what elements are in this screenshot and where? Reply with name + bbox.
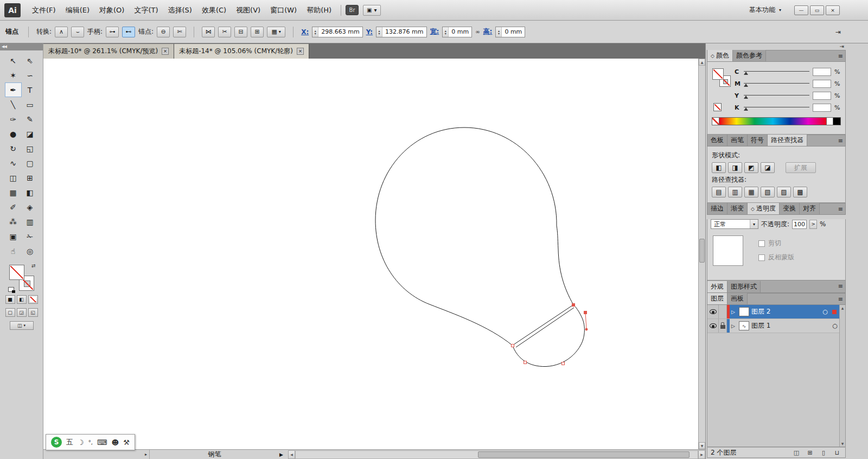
tab-transform[interactable]: 变换 <box>780 203 800 214</box>
panel-menu-icon[interactable]: ≡ <box>838 206 843 213</box>
menu-view[interactable]: 视图(V) <box>231 3 265 17</box>
minus-back-button[interactable]: ▩ <box>793 187 807 197</box>
invert-mask-checkbox[interactable] <box>758 254 765 261</box>
menu-window[interactable]: 窗口(W) <box>265 3 302 17</box>
tab-gradient[interactable]: 渐变 <box>727 203 748 214</box>
crop-button[interactable]: ▧ <box>761 187 775 197</box>
yellow-slider[interactable] <box>744 92 809 99</box>
free-transform-tool[interactable]: ▢ <box>22 156 39 170</box>
tab-color-guide[interactable]: 颜色参考 <box>733 50 766 61</box>
remove-anchor-button[interactable]: ⊖ <box>157 27 170 37</box>
scroll-down-icon[interactable]: ▼ <box>699 442 705 449</box>
outline-button[interactable]: ▨ <box>777 187 791 197</box>
tab-symbols[interactable]: 符号 <box>748 135 768 146</box>
minimize-button[interactable]: — <box>794 5 808 15</box>
menu-edit[interactable]: 编辑(E) <box>61 3 94 17</box>
height-value[interactable]: 0 mm <box>502 27 525 37</box>
none-button[interactable] <box>28 295 38 304</box>
layer-main[interactable]: ▷ 图层 2 ○ <box>730 305 839 318</box>
connect-endpoints-button[interactable]: ⋈ <box>202 27 215 37</box>
visibility-cell[interactable] <box>707 305 719 318</box>
expand-triangle-icon[interactable]: ▷ <box>731 323 737 329</box>
tab-pathfinder[interactable]: 路径查找器 <box>768 135 807 146</box>
height-stepper[interactable]: ▴▾ <box>496 27 502 37</box>
panel-menu-icon[interactable]: ≡ <box>838 137 843 144</box>
new-sublayer-button[interactable]: ⊞ <box>805 449 815 457</box>
draw-behind-button[interactable]: ◲ <box>17 308 27 317</box>
width-field[interactable]: ▴▾ 0 mm <box>442 27 472 37</box>
spectrum-none-swatch[interactable] <box>712 117 719 125</box>
y-coordinate-field[interactable]: ▴▾ 132.876 mm <box>376 27 426 37</box>
yellow-value-field[interactable] <box>813 92 831 100</box>
layer-name[interactable]: 图层 1 <box>751 321 770 330</box>
eraser-tool[interactable]: ◪ <box>22 126 39 141</box>
keyboard-icon[interactable]: ⌨ <box>97 438 107 447</box>
gradient-button[interactable]: ◧ <box>17 295 27 304</box>
horizontal-scroll-thumb[interactable] <box>478 451 690 458</box>
ime-punctuation-icon[interactable]: °, <box>88 439 93 445</box>
transform-menu-button[interactable]: ▦ ▾ <box>267 27 285 37</box>
height-label[interactable]: 高: <box>483 27 493 36</box>
y-value[interactable]: 132.876 mm <box>382 27 426 37</box>
draw-inside-button[interactable]: ◱ <box>28 308 38 317</box>
y-stepper[interactable]: ▴▾ <box>376 27 382 37</box>
x-value[interactable]: 298.663 mm <box>318 27 362 37</box>
bridge-button[interactable]: Br <box>346 5 359 15</box>
width-value[interactable]: 0 mm <box>449 27 471 37</box>
gradient-tool[interactable]: ◧ <box>22 185 39 200</box>
close-button[interactable]: × <box>826 5 840 15</box>
scale-tool[interactable]: ◱ <box>22 141 39 156</box>
scroll-down-icon[interactable]: ▼ <box>841 441 844 447</box>
ime-halfwidth-icon[interactable]: ☽ <box>78 438 84 447</box>
clip-checkbox[interactable] <box>758 240 765 247</box>
selection-tool[interactable]: ↖ <box>5 53 22 68</box>
ime-mode-button[interactable]: 五 <box>66 437 73 447</box>
eyedropper-tool[interactable]: ✐ <box>5 200 22 214</box>
x-coordinate-label[interactable]: X: <box>301 28 309 36</box>
menu-object[interactable]: 对象(O) <box>94 3 129 17</box>
panel-menu-icon[interactable]: ≡ <box>838 53 843 60</box>
divide-button[interactable]: ▤ <box>712 187 726 197</box>
tab-graphic-styles[interactable]: 图形样式 <box>727 281 761 292</box>
layer-main[interactable]: ▷ ∿ 图层 1 ○ <box>730 319 839 333</box>
rotate-tool[interactable]: ↻ <box>5 141 22 156</box>
convert-to-corner-button[interactable]: ∧ <box>55 27 68 37</box>
paintbrush-tool[interactable]: ✑ <box>5 112 22 126</box>
layer-thumbnail[interactable]: ∿ <box>739 321 749 330</box>
horizontal-scrollbar[interactable] <box>295 450 698 459</box>
x-coordinate-field[interactable]: ▴▾ 298.663 mm <box>312 27 362 37</box>
cyan-value-field[interactable] <box>813 68 831 76</box>
delete-layer-button[interactable]: ⊔ <box>832 449 842 457</box>
hide-multi-handles-button[interactable]: ⊟ <box>234 27 247 37</box>
height-field[interactable]: ▴▾ 0 mm <box>495 27 525 37</box>
document-tab-1[interactable]: 未标题-10* @ 261.1% (CMYK/预览) × <box>43 44 174 59</box>
mesh-tool[interactable]: ▦ <box>5 185 22 200</box>
cyan-slider[interactable] <box>744 68 809 75</box>
magenta-value-field[interactable] <box>813 80 831 88</box>
expand-button[interactable]: 扩展 <box>786 162 816 173</box>
menu-help[interactable]: 帮助(H) <box>302 3 336 17</box>
vertical-scroll-thumb[interactable] <box>699 239 705 263</box>
magic-wand-tool[interactable]: ✶ <box>5 68 22 82</box>
scroll-left-icon[interactable]: ◀ <box>288 450 295 459</box>
ime-user-icon[interactable]: ☻ <box>112 438 119 447</box>
pen-tool[interactable]: ✒ <box>5 82 22 97</box>
swap-fill-stroke-icon[interactable]: ⇄ <box>31 263 36 269</box>
line-segment-tool[interactable]: ╲ <box>5 97 22 112</box>
symbol-sprayer-tool[interactable]: ⁂ <box>5 214 22 229</box>
show-grid-button[interactable]: ⊞ <box>251 27 264 37</box>
expand-triangle-icon[interactable]: ▷ <box>731 309 737 315</box>
lasso-tool[interactable]: ∽ <box>22 68 39 82</box>
constrain-proportions-icon[interactable]: ∞ <box>475 29 480 35</box>
ime-logo-icon[interactable]: S <box>51 437 62 448</box>
default-fill-stroke-icon[interactable] <box>8 287 14 292</box>
zoom-tool[interactable]: ◎ <box>22 244 39 258</box>
fill-swatch[interactable] <box>9 265 24 280</box>
tab-artboards[interactable]: 画板 <box>727 293 748 304</box>
panel-menu-icon[interactable]: ≡ <box>838 283 843 290</box>
cut-path-at-anchor-button[interactable]: ✄ <box>173 27 186 37</box>
trim-button[interactable]: ▥ <box>728 187 742 197</box>
new-layer-button[interactable]: ▯ <box>819 449 828 457</box>
intersect-button[interactable]: ◩ <box>744 162 758 173</box>
collapse-tools-icon[interactable]: ◀◀ <box>0 43 43 50</box>
